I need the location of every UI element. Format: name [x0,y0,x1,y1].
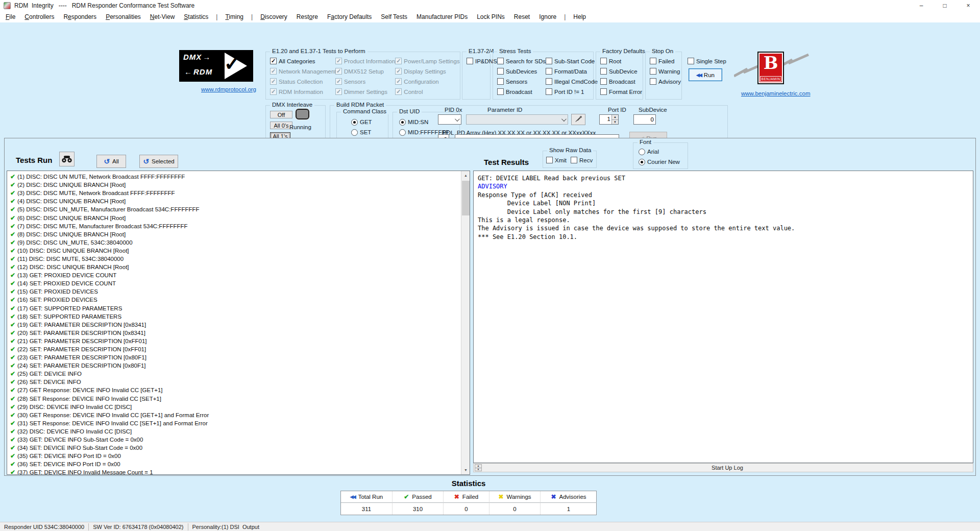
test-run-item[interactable]: ✔(5) DISC: DISC UN_MUTE, Manufacturer Br… [8,205,470,213]
menu-statistics[interactable]: Statistics [179,13,213,20]
test-run-item[interactable]: ✔(35) GET: DEVICE INFO Port ID = 0x00 [8,452,470,460]
checkbox-illegal-cmdcode[interactable]: Illegal CmdCode [546,78,598,85]
checkbox-subdevices[interactable]: SubDevices [497,68,546,75]
test-run-item[interactable]: ✔(7) DISC: DISC MUTE, Manufacturer Broad… [8,222,470,230]
dmx-interleave-off-button[interactable]: Off [270,111,292,118]
test-results-text[interactable]: GET: DEVICE LABEL Read back previous SET… [473,171,973,463]
checkbox-all-categories[interactable]: ✓All Categories [270,58,335,64]
checkbox-status-collection[interactable]: ✓Status Collection [270,78,335,85]
test-run-item[interactable]: ✔(28) SET Response: DEVICE INFO Invalid … [8,395,470,403]
menu-restore[interactable]: Restore [292,13,323,20]
test-run-item[interactable]: ✔(9) DISC: DISC UN_MUTE, 534C:38040000 [8,238,470,247]
subdevice-field[interactable] [633,114,656,125]
menu-net-view[interactable]: Net-View [145,13,179,20]
checkbox-display-settings[interactable]: ✓Display Settings [395,68,459,75]
checkbox-power-lamp-settings[interactable]: ✓Power/Lamp Settings [395,58,459,64]
test-run-item[interactable]: ✔(4) DISC: DISC UNIQUE BRANCH [Root] [8,197,470,205]
test-run-item[interactable]: ✔(30) GET Response: DEVICE INFO Invalid … [8,411,470,419]
parameter-id-combo[interactable] [466,114,568,125]
test-run-item[interactable]: ✔(37) GET: DEVICE INFO Invalid Message C… [8,468,470,475]
spin-up-icon[interactable]: ▲ [612,115,618,119]
spin-down-icon[interactable]: ▼ [475,468,481,471]
test-run-item[interactable]: ✔(15) GET: PROXIED DEVICES [8,287,470,296]
checkbox-broadcast[interactable]: Broadcast [600,78,642,85]
test-run-item[interactable]: ✔(8) DISC: DISC UNIQUE BRANCH [Root] [8,230,470,238]
run-tests-button[interactable]: ◀◀ Run [689,68,722,81]
test-run-item[interactable]: ✔(29) DISC: DEVICE INFO Invalid CC [DISC… [8,403,470,411]
menu-controllers[interactable]: Controllers [20,13,59,20]
test-run-item[interactable]: ✔(34) SET: DEVICE INFO Sub-Start Code = … [8,444,470,452]
checkbox-broadcast[interactable]: Broadcast [497,88,546,95]
pid-picker-button[interactable] [571,114,585,125]
minimize-button[interactable]: – [910,0,933,11]
checkbox-warning[interactable]: Warning [650,68,681,75]
checkbox-dmx512-setup[interactable]: ✓DMX512 Setup [335,68,395,75]
menu-reset[interactable]: Reset [509,13,534,20]
menu-self-tests[interactable]: Self Tests [376,13,412,20]
test-run-item[interactable]: ✔(6) DISC: DISC UNIQUE BRANCH [Root] [8,213,470,222]
menu-responders[interactable]: Responders [59,13,101,20]
checkbox-recv[interactable]: Recv [571,157,593,163]
menu-manufacturer-pids[interactable]: Manufacturer PIDs [412,13,472,20]
menu-lock-pins[interactable]: Lock PINs [472,13,509,20]
find-test-button[interactable] [59,152,75,166]
radio-get[interactable]: GET [351,118,374,126]
test-run-item[interactable]: ✔(23) GET: PARAMETER DESCRIPTION [0x80F1… [8,353,470,361]
test-run-item[interactable]: ✔(16) SET: PROXIED DEVICES [8,296,470,304]
test-run-item[interactable]: ✔(19) GET: PARAMETER DESCRIPTION [0x8341… [8,321,470,329]
test-run-item[interactable]: ✔(18) SET: SUPPORTED PARAMETERS [8,312,470,321]
checkbox-network-management[interactable]: ✓Network Management [270,68,335,75]
test-run-item[interactable]: ✔(21) GET: PARAMETER DESCRIPTION [0xFF01… [8,337,470,345]
checkbox-port-id-1[interactable]: Port ID != 1 [546,88,598,95]
test-run-item[interactable]: ✔(3) DISC: DISC MUTE, Network Broadcast … [8,189,470,197]
menu-timing[interactable]: Timing [220,13,248,20]
checkbox-rdm-information[interactable]: ✓RDM Information [270,88,335,95]
scroll-up-icon[interactable]: ▲ [461,171,470,180]
test-run-item[interactable]: ✔(12) DISC: DISC UNIQUE BRANCH [Root] [8,263,470,271]
tests-run-list[interactable]: ✔(1) DISC: DISC UN MUTE, Network Broadca… [7,171,470,475]
checkbox-product-information[interactable]: ✓Product Information [335,58,395,64]
rerun-selected-button[interactable]: ↺ Selected [139,155,178,168]
test-run-item[interactable]: ✔(17) GET: SUPPORTED PARAMETERS [8,304,470,312]
test-run-item[interactable]: ✔(32) DISC: DEVICE INFO Invalid CC [DISC… [8,427,470,436]
test-run-item[interactable]: ✔(24) SET: PARAMETER DESCRIPTION [0x80F1… [8,361,470,370]
checkbox-root[interactable]: Root [600,58,642,64]
menu-discovery[interactable]: Discovery [256,13,292,20]
checkbox-advisory[interactable]: Advisory [650,78,681,85]
spin-down-icon[interactable]: ▼ [612,119,618,125]
checkbox-subdevice[interactable]: SubDevice [600,68,642,75]
checkbox-single-step[interactable]: Single Step [688,58,726,64]
close-button[interactable]: × [957,0,980,11]
test-run-item[interactable]: ✔(26) SET: DEVICE INFO [8,378,470,386]
scrollbar-thumb[interactable] [462,181,470,215]
checkbox-format-error[interactable]: Format Error [600,88,642,95]
checkbox-control[interactable]: ✓Control [395,88,459,95]
menu-help[interactable]: Help [569,13,591,20]
radio-arial[interactable]: Arial [639,148,680,155]
menu-file[interactable]: File [1,13,20,20]
checkbox-search-for-sds[interactable]: Search for SDs [497,58,546,64]
checkbox-sensors[interactable]: ✓Sensors [335,78,395,85]
test-run-item[interactable]: ✔(11) DISC: DISC MUTE, 534C:38040000 [8,255,470,263]
checkbox-sub-start-code[interactable]: Sub-Start Code [546,58,598,64]
radio-courier-new[interactable]: Courier New [639,158,680,165]
menu-ignore[interactable]: Ignore [534,13,561,20]
maximize-button[interactable]: □ [933,0,957,11]
checkbox-sensors[interactable]: Sensors [497,78,546,85]
log-spinner[interactable]: ▲ ▼ [475,464,482,471]
test-run-item[interactable]: ✔(10) DISC: DISC UNIQUE BRANCH [Root] [8,247,470,255]
test-run-item[interactable]: ✔(36) SET: DEVICE INFO Port ID = 0x00 [8,460,470,468]
menu-personalities[interactable]: Personalities [101,13,145,20]
test-run-item[interactable]: ✔(14) SET: PROXIED DEVICE COUNT [8,279,470,287]
menu-factory-defaults[interactable]: Factory Defaults [323,13,376,20]
checkbox-configuration[interactable]: ✓Configuration [395,78,459,85]
scroll-down-icon[interactable]: ▼ [461,466,470,474]
benjaminelectric-link[interactable]: www.benjaminelectric.com [741,90,811,96]
interleave-status-led[interactable] [296,109,309,119]
test-run-item[interactable]: ✔(27) GET Response: DEVICE INFO Invalid … [8,386,470,394]
radio-set[interactable]: SET [351,129,374,136]
rerun-all-button[interactable]: ↺ All [96,155,126,168]
test-run-item[interactable]: ✔(31) SET Response: DEVICE INFO Invalid … [8,419,470,427]
test-run-item[interactable]: ✔(1) DISC: DISC UN MUTE, Network Broadca… [8,173,470,181]
pid-combo[interactable] [438,114,461,125]
